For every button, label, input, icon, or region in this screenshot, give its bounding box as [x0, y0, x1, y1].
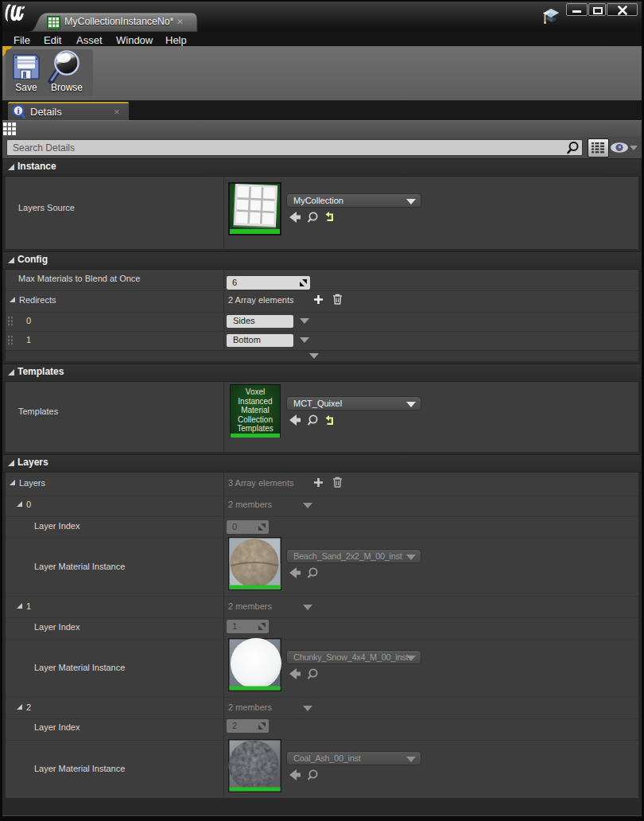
- svg-text:i: i: [17, 106, 19, 115]
